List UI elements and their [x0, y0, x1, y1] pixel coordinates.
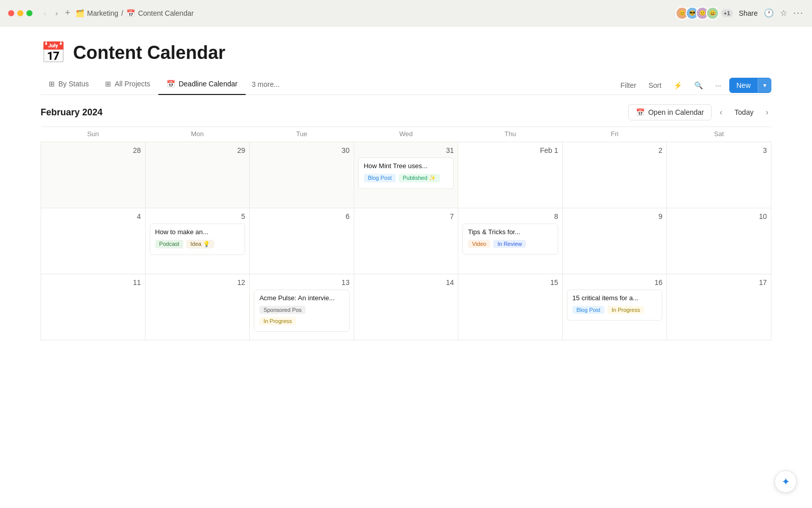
page-header: 📅 Content Calendar [41, 41, 771, 65]
calendar-cell[interactable]: 4 [41, 208, 146, 274]
calendar-cell[interactable]: 8Tips & Tricks for...VideoIn Review [458, 208, 563, 274]
filter-button[interactable]: Filter [617, 79, 640, 91]
history-icon[interactable]: 🕐 [764, 8, 774, 18]
forward-button[interactable]: › [53, 8, 60, 18]
card-title: Acme Pulse: An intervie... [259, 294, 344, 303]
titlebar: ‹ › + 🗂️ Marketing / 📅 Content Calendar … [0, 0, 812, 26]
tab-deadline-calendar[interactable]: 📅 Deadline Calendar [158, 76, 246, 95]
calendar-cell[interactable]: 7 [354, 208, 458, 274]
calendar-cell[interactable]: 29 [145, 142, 250, 208]
new-main-button[interactable]: New [729, 78, 758, 93]
day-number: 13 [254, 278, 350, 287]
open-cal-icon: 📅 [636, 108, 645, 116]
calendar-month-label: February 2024 [41, 107, 103, 118]
search-button[interactable]: 🔍 [690, 79, 707, 91]
card-tag: Idea 💡 [186, 240, 214, 248]
card-tag: Sponsored Pos [259, 306, 306, 314]
card-tag: Podcast [155, 240, 184, 248]
card-tags: Blog PostPublished ✨ [364, 174, 449, 184]
calendar-header-row: Sun Mon Tue Wed Thu Fri Sat [41, 127, 771, 142]
calendar-cell[interactable]: 30 [250, 142, 354, 208]
minimize-button[interactable] [17, 10, 23, 16]
calendar-cell[interactable]: 3 [667, 142, 771, 208]
breadcrumb-workspace[interactable]: Marketing [87, 9, 118, 17]
add-tab-button[interactable]: + [65, 8, 71, 18]
calendar-card[interactable]: How to make an...PodcastIdea 💡 [150, 224, 246, 255]
calendar-cell[interactable]: 15 [458, 274, 563, 340]
lightning-button[interactable]: ⚡ [669, 79, 686, 91]
new-button[interactable]: New ▾ [729, 78, 771, 93]
card-tag: In Review [493, 240, 526, 248]
tab-all-projects[interactable]: ⊞ All Projects [97, 76, 158, 95]
day-number: 15 [462, 278, 558, 287]
calendar-card[interactable]: 15 critical items for a...Blog PostIn Pr… [567, 290, 663, 321]
day-number: 29 [150, 146, 246, 154]
day-header-sun: Sun [41, 127, 146, 142]
calendar-cell[interactable]: 9 [562, 208, 667, 274]
card-title: 15 critical items for a... [572, 294, 657, 303]
card-tags: VideoIn Review [468, 240, 553, 250]
prev-month-button[interactable]: ‹ [717, 106, 725, 119]
next-month-button[interactable]: › [763, 106, 771, 119]
new-dropdown-button[interactable]: ▾ [758, 78, 771, 92]
calendar-body: 28293031How Mint Tree uses...Blog PostPu… [41, 142, 771, 340]
page-icon: 📅 [41, 41, 66, 65]
more-options-button[interactable]: ··· [793, 8, 804, 18]
calendar-cell[interactable]: 17 [667, 274, 771, 340]
day-number: 8 [462, 212, 558, 220]
titlebar-left: ‹ › + 🗂️ Marketing / 📅 Content Calendar [8, 8, 194, 18]
day-header-sat: Sat [667, 127, 771, 142]
calendar-card[interactable]: Tips & Tricks for...VideoIn Review [462, 224, 558, 255]
card-tag: Blog Post [572, 306, 604, 314]
day-number: 5 [150, 212, 246, 220]
close-button[interactable] [8, 10, 14, 16]
day-number: 17 [671, 278, 767, 287]
breadcrumb-page[interactable]: Content Calendar [138, 9, 194, 17]
calendar-cell[interactable]: 11 [41, 274, 146, 340]
tab-more[interactable]: 3 more... [246, 76, 286, 94]
card-tag: In Progress [607, 306, 644, 314]
day-number: 28 [45, 146, 141, 154]
tabs-bar: ⊞ By Status ⊞ All Projects 📅 Deadline Ca… [41, 76, 771, 95]
calendar-card[interactable]: How Mint Tree uses...Blog PostPublished … [358, 157, 454, 189]
fullscreen-button[interactable] [26, 10, 32, 16]
traffic-lights [8, 10, 32, 16]
share-button[interactable]: Share [739, 9, 758, 17]
day-number: 9 [567, 212, 663, 220]
calendar-cell[interactable]: 1615 critical items for a...Blog PostIn … [562, 274, 667, 340]
calendar-cell[interactable]: 14 [354, 274, 458, 340]
card-tag: Video [468, 240, 490, 248]
breadcrumb-workspace-icon: 🗂️ [76, 9, 84, 17]
calendar-cell[interactable]: 28 [41, 142, 146, 208]
calendar-cell[interactable]: Feb 1 [458, 142, 563, 208]
card-title: How to make an... [155, 228, 240, 237]
open-cal-label: Open in Calendar [648, 108, 704, 116]
card-tags: PodcastIdea 💡 [155, 240, 240, 250]
view-options-button[interactable]: ··· [711, 79, 725, 91]
favorite-icon[interactable]: ☆ [780, 8, 787, 18]
titlebar-right: 😊 😎 🙂 😄 +1 Share 🕐 ☆ ··· [675, 7, 804, 20]
calendar-cell[interactable]: 6 [250, 208, 354, 274]
open-in-calendar-button[interactable]: 📅 Open in Calendar [628, 104, 712, 120]
ai-button[interactable]: ✦ [774, 470, 797, 493]
calendar-cell[interactable]: 13Acme Pulse: An intervie...Sponsored Po… [250, 274, 354, 340]
calendar-cell[interactable]: 5How to make an...PodcastIdea 💡 [145, 208, 250, 274]
day-header-wed: Wed [354, 127, 458, 142]
calendar-card[interactable]: Acme Pulse: An intervie...Sponsored PosI… [254, 290, 350, 332]
calendar-cell[interactable]: 2 [562, 142, 667, 208]
day-number: 16 [567, 278, 663, 287]
card-tag: Published ✨ [399, 174, 440, 182]
avatars: 😊 😎 🙂 😄 +1 [675, 7, 733, 20]
calendar-cell[interactable]: 31How Mint Tree uses...Blog PostPublishe… [354, 142, 458, 208]
tabs-actions: Filter Sort ⚡ 🔍 ··· New ▾ [617, 78, 772, 93]
back-button[interactable]: ‹ [42, 8, 48, 18]
sort-button[interactable]: Sort [645, 79, 666, 91]
card-tag: Blog Post [364, 174, 396, 182]
calendar-cell[interactable]: 10 [667, 208, 771, 274]
tab-deadline-label: Deadline Calendar [179, 80, 238, 88]
today-button[interactable]: Today [730, 106, 757, 118]
tab-by-status[interactable]: ⊞ By Status [41, 76, 97, 95]
calendar-cell[interactable]: 12 [145, 274, 250, 340]
day-number: 14 [358, 278, 454, 287]
card-title: Tips & Tricks for... [468, 228, 553, 237]
